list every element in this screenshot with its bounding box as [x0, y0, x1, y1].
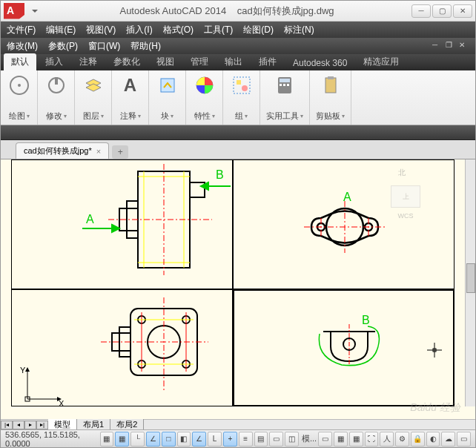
doc-restore-button[interactable]: ❐ — [446, 41, 456, 51]
svg-marker-29 — [201, 182, 208, 190]
status-lock-button[interactable]: 🔒 — [411, 432, 425, 447]
viewport-top-left[interactable]: A B — [11, 159, 233, 289]
menu-file[interactable]: 文件(F) — [7, 24, 36, 36]
status-polar-button[interactable]: ∠ — [146, 432, 160, 447]
label-a: A — [86, 213, 94, 225]
menu-insert[interactable]: 插入(I) — [126, 24, 152, 36]
status-hw-button[interactable]: ◐ — [426, 432, 440, 447]
tab-param[interactable]: 参数化 — [106, 53, 148, 70]
menu-view[interactable]: 视图(V) — [86, 24, 116, 36]
horizontal-scrollbar[interactable]: |◂ ◂ ▸ ▸| 模型 布局1 布局2 — [1, 419, 475, 429]
tab-a360[interactable]: Autodesk 360 — [285, 56, 354, 70]
scroll-thumb[interactable] — [466, 263, 475, 293]
tab-first-button[interactable]: |◂ — [1, 421, 13, 429]
status-3dosnap-button[interactable]: ◧ — [177, 432, 191, 447]
viewcube-face[interactable]: 上 — [391, 185, 420, 208]
new-tab-button[interactable]: + — [112, 145, 128, 159]
tab-insert[interactable]: 插入 — [38, 53, 70, 70]
app-logo-icon[interactable] — [4, 3, 24, 19]
status-osnap-button[interactable]: □ — [162, 432, 176, 447]
document-bar — [1, 125, 475, 140]
status-layout-button[interactable]: ▭ — [318, 432, 332, 447]
block-icon — [156, 73, 179, 97]
status-ann-button[interactable]: 人 — [380, 432, 394, 447]
svg-marker-27 — [112, 225, 119, 232]
panel-annotate[interactable]: A 注释 — [112, 70, 149, 125]
status-grid-button[interactable]: ▦ — [100, 432, 114, 447]
viewport-bottom-right[interactable]: B — [233, 289, 454, 406]
drawing-canvas[interactable]: A B A 北 上 WCS — [1, 159, 475, 429]
modify-icon — [44, 73, 68, 97]
status-tpy-button[interactable]: ▤ — [254, 432, 268, 447]
panel-layer[interactable]: 图层 — [75, 70, 112, 125]
ribbon-tabs: 默认 插入 注释 参数化 视图 管理 输出 插件 Autodesk 360 精选… — [1, 54, 475, 70]
viewport-top-right[interactable]: A 北 上 WCS — [233, 159, 454, 289]
panel-clipboard[interactable]: 剪贴板 — [310, 70, 351, 125]
menu-draw[interactable]: 绘图(D) — [243, 24, 274, 36]
layout-tab-2[interactable]: 布局2 — [110, 419, 144, 429]
menu-modify[interactable]: 修改(M) — [7, 40, 38, 53]
minimize-button[interactable]: ─ — [411, 4, 431, 18]
panel-utilities[interactable]: 实用工具 — [260, 70, 310, 125]
status-ducs-button[interactable]: L — [208, 432, 222, 447]
status-clean-button[interactable]: ▭ — [457, 432, 471, 447]
tab-last-button[interactable]: ▸| — [36, 421, 48, 429]
color-wheel-icon — [193, 73, 216, 97]
status-model-label[interactable]: 模... — [302, 433, 317, 444]
status-qvd-button[interactable]: ▦ — [349, 432, 363, 447]
doc-minimize-button[interactable]: ─ — [432, 41, 443, 51]
status-ortho-button[interactable]: └ — [130, 432, 145, 447]
compass-icon: 北 — [380, 168, 424, 182]
status-snap-button[interactable]: ▦ — [115, 432, 129, 447]
tab-featured[interactable]: 精选应用 — [356, 53, 406, 70]
status-qp-button[interactable]: ▭ — [269, 432, 283, 447]
layout-tab-model[interactable]: 模型 — [48, 419, 77, 429]
view-cube[interactable]: 北 上 WCS — [380, 168, 432, 234]
status-scale-button[interactable]: ⛶ — [365, 432, 379, 447]
status-ws-button[interactable]: ⚙ — [395, 432, 409, 447]
status-dyn-button[interactable]: + — [223, 432, 237, 447]
tab-view[interactable]: 视图 — [149, 53, 182, 70]
status-qvl-button[interactable]: ▦ — [334, 432, 348, 447]
tab-output[interactable]: 输出 — [217, 53, 250, 70]
status-lwt-button[interactable]: ≡ — [239, 432, 253, 447]
maximize-button[interactable]: ▢ — [432, 4, 452, 18]
group-icon — [230, 73, 254, 97]
tab-manage[interactable]: 管理 — [183, 53, 216, 70]
doc-close-button[interactable]: ✕ — [459, 41, 469, 51]
tab-plugin[interactable]: 插件 — [251, 53, 284, 70]
menu-format[interactable]: 格式(O) — [163, 24, 194, 36]
menu-window[interactable]: 窗口(W) — [88, 40, 120, 53]
tab-close-icon[interactable]: × — [96, 147, 101, 156]
panel-modify[interactable]: 修改 — [38, 70, 75, 125]
svg-rect-11 — [280, 84, 282, 86]
close-button[interactable]: ✕ — [453, 4, 472, 18]
tab-annotate[interactable]: 注释 — [72, 53, 105, 70]
status-sc-button[interactable]: ◫ — [285, 432, 299, 447]
file-tab-active[interactable]: cad如何转换成jpg* × — [16, 142, 109, 159]
tab-default[interactable]: 默认 — [4, 53, 36, 70]
tab-prev-button[interactable]: ◂ — [13, 421, 24, 429]
app-menu-dropdown-icon[interactable] — [32, 10, 38, 13]
ucs-icon: XY — [20, 366, 65, 410]
panel-block[interactable]: 块 — [149, 70, 186, 125]
panel-group[interactable]: 组 — [223, 70, 260, 125]
panel-draw[interactable]: 绘图 — [1, 70, 38, 125]
menu-param[interactable]: 参数(P) — [48, 40, 78, 53]
titlebar: Autodesk AutoCAD 2014 cad如何转换成jpg.dwg ─ … — [1, 1, 475, 22]
menu-dim[interactable]: 标注(N) — [284, 24, 314, 36]
tab-next-button[interactable]: ▸ — [24, 421, 36, 429]
menu-bar-2: 修改(M) 参数(P) 窗口(W) 帮助(H) ─ ❐ ✕ — [1, 38, 475, 54]
menu-edit[interactable]: 编辑(E) — [46, 24, 76, 36]
menu-tools[interactable]: 工具(T) — [204, 24, 233, 36]
vertical-scrollbar[interactable] — [465, 159, 475, 406]
svg-rect-12 — [283, 84, 285, 86]
menu-help[interactable]: 帮助(H) — [130, 40, 161, 53]
wcs-label[interactable]: WCS — [380, 212, 432, 220]
status-iso-button[interactable]: ☁ — [441, 432, 455, 447]
status-otrack-button[interactable]: ∠ — [192, 432, 206, 447]
svg-rect-7 — [237, 80, 241, 85]
layout-tab-1[interactable]: 布局1 — [77, 419, 110, 429]
svg-rect-15 — [328, 76, 334, 79]
panel-properties[interactable]: 特性 — [186, 70, 223, 125]
